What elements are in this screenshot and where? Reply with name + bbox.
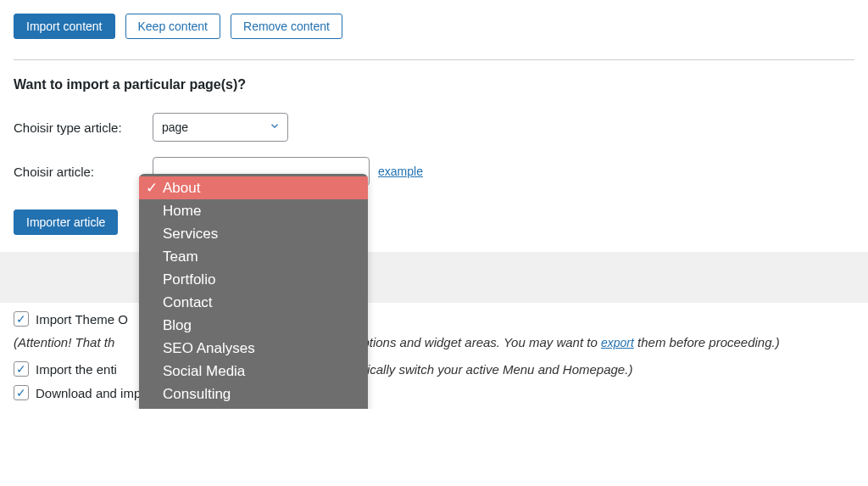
gray-separator (0, 252, 868, 303)
keep-content-button[interactable]: Keep content (125, 14, 221, 39)
import-menu-checkbox[interactable]: ✓ (14, 361, 29, 377)
example-link[interactable]: example (378, 165, 423, 178)
dropdown-item[interactable]: Social Media (139, 360, 368, 383)
article-dropdown-list[interactable]: ✓AboutHomeServicesTeamPortfolioContactBl… (139, 174, 368, 409)
check-icon: ✓ (146, 178, 158, 198)
type-article-label: Choisir type article: (14, 120, 153, 135)
download-checkbox[interactable]: ✓ (14, 385, 29, 400)
dropdown-item-label: Contact (163, 293, 213, 312)
import-page-heading: Want to import a particular page(s)? (0, 77, 868, 92)
import-theme-checkbox[interactable]: ✓ (14, 311, 29, 327)
article-label: Choisir article: (14, 165, 153, 179)
dropdown-item[interactable]: SEO Analyses (139, 337, 368, 360)
import-content-button[interactable]: Import content (14, 14, 115, 39)
remove-content-button[interactable]: Remove content (231, 14, 342, 39)
dropdown-item-label: Consulting (163, 384, 231, 404)
divider (14, 59, 854, 60)
dropdown-item[interactable]: Blog (139, 314, 368, 337)
dropdown-item[interactable]: Consulting (139, 383, 368, 405)
dropdown-item[interactable]: Services (139, 222, 368, 245)
importer-article-button[interactable]: Importer article (14, 209, 118, 235)
dropdown-item-label: Social Media (163, 361, 245, 381)
chevron-down-icon (269, 120, 281, 135)
import-theme-label: Import Theme O (36, 312, 128, 327)
dropdown-item-label: Services (163, 224, 218, 243)
dropdown-item-label: Blog (163, 316, 192, 335)
type-article-value: page (162, 120, 188, 134)
type-article-select[interactable]: page (153, 113, 288, 142)
dropdown-item[interactable]: Product Design (139, 405, 368, 409)
dropdown-item-label: About (163, 178, 200, 198)
dropdown-item-label: Home (163, 201, 201, 221)
dropdown-item[interactable]: Contact (139, 291, 368, 314)
dropdown-item-label: Team (163, 247, 198, 266)
dropdown-item[interactable]: Home (139, 199, 368, 222)
dropdown-item-label: SEO Analyses (163, 338, 255, 358)
dropdown-item[interactable]: Team (139, 245, 368, 268)
dropdown-item[interactable]: Portfolio (139, 268, 368, 291)
export-link[interactable]: export (601, 336, 634, 349)
dropdown-item-label: Product Design (163, 407, 261, 409)
dropdown-item[interactable]: ✓About (139, 176, 368, 199)
dropdown-item-label: Portfolio (163, 270, 215, 289)
